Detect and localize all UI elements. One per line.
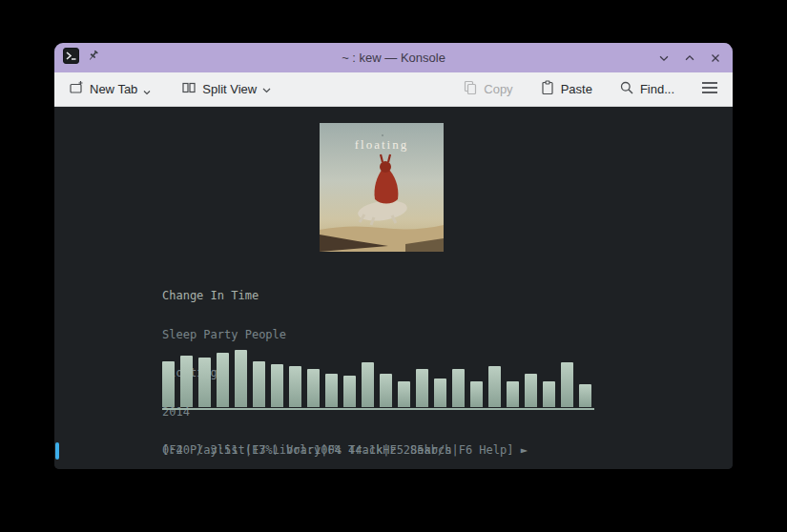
viz-bar	[416, 369, 428, 407]
viz-bar	[307, 369, 320, 407]
function-key-help-line: [F2 Playlist|F3 Library|F4 Track|F5 Sear…	[162, 443, 528, 457]
konsole-window: ~ : kew — Konsole New Tab	[54, 43, 733, 469]
viz-bar	[235, 350, 247, 407]
titlebar[interactable]: ~ : kew — Konsole	[54, 43, 733, 72]
viz-bar	[561, 362, 573, 407]
viz-bar	[380, 374, 392, 407]
viz-bar	[398, 381, 410, 407]
viz-bar	[543, 381, 555, 407]
viz-bar	[198, 358, 211, 407]
viz-bar	[488, 366, 501, 407]
split-view-icon	[181, 80, 197, 98]
viz-bar	[217, 353, 229, 407]
new-tab-icon	[69, 80, 84, 98]
viz-bar	[470, 381, 483, 407]
split-view-label: Split View	[202, 82, 257, 96]
pin-icon[interactable]	[86, 49, 100, 67]
paste-button[interactable]: Paste	[538, 76, 594, 102]
scroll-indicator[interactable]	[55, 442, 59, 460]
viz-bar	[289, 366, 301, 407]
viz-bar	[579, 384, 591, 407]
new-tab-button[interactable]: New Tab	[67, 76, 153, 102]
maximize-button[interactable]	[681, 50, 698, 67]
album-art: floating	[320, 123, 444, 252]
hamburger-menu-icon	[701, 81, 718, 97]
copy-label: Copy	[484, 82, 512, 96]
search-icon	[619, 80, 634, 98]
toolbar: New Tab Split View Cop	[54, 72, 733, 107]
visualizer	[162, 350, 594, 407]
minimize-button[interactable]	[655, 50, 673, 67]
viz-bar	[325, 374, 338, 407]
viz-bar	[253, 361, 265, 407]
find-button[interactable]: Find...	[617, 76, 676, 102]
paste-icon	[540, 80, 555, 98]
viz-bar	[343, 376, 356, 407]
paste-label: Paste	[561, 82, 592, 96]
split-view-button[interactable]: Split View	[179, 76, 273, 102]
album-art-title: floating	[355, 137, 408, 152]
find-label: Find...	[640, 82, 674, 96]
new-tab-label: New Tab	[90, 82, 137, 96]
viz-bar	[452, 369, 465, 407]
track-title: Change In Time	[162, 290, 451, 303]
viz-bar	[162, 361, 175, 407]
chevron-down-icon	[143, 84, 151, 98]
viz-bar	[507, 381, 519, 407]
window-title: ~ : kew — Konsole	[54, 51, 733, 65]
viz-bar	[525, 374, 537, 407]
viz-bar	[271, 364, 283, 407]
close-button[interactable]	[707, 50, 724, 67]
visualizer-baseline	[162, 408, 594, 410]
viz-bar	[434, 379, 446, 407]
hamburger-menu-button[interactable]	[699, 77, 720, 101]
track-artist: Sleep Party People	[162, 329, 451, 342]
terminal-screen[interactable]: floating Change In Time Sleep Party Peop…	[54, 107, 733, 469]
viz-bar	[362, 362, 374, 407]
chevron-down-icon	[262, 82, 271, 96]
copy-icon	[463, 80, 478, 98]
copy-button[interactable]: Copy	[461, 76, 514, 102]
konsole-app-icon	[63, 48, 79, 68]
viz-bar	[180, 356, 193, 407]
